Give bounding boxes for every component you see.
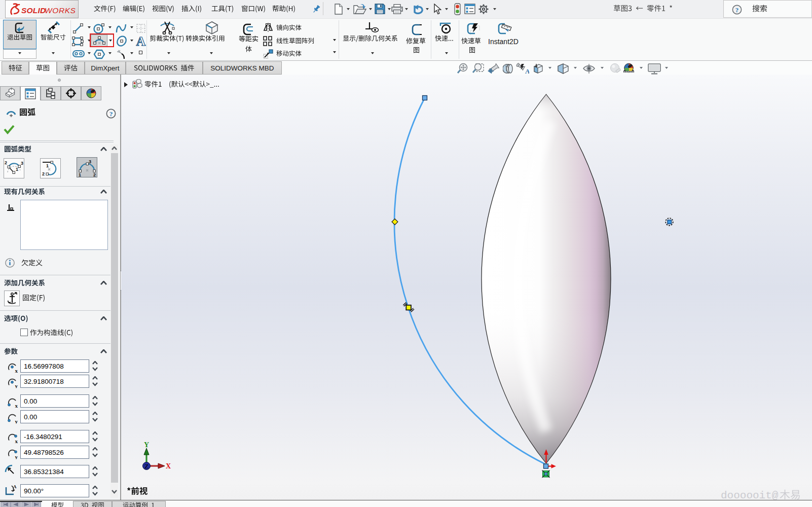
- svg-text:?: ?: [109, 110, 113, 118]
- svg-text:2: 2: [5, 160, 7, 165]
- svg-text:Y: Y: [144, 441, 149, 449]
- svg-text:y: y: [15, 383, 18, 388]
- svg-text:1: 1: [79, 172, 81, 177]
- svg-text:2: 2: [42, 171, 45, 176]
- svg-text:SOLID: SOLID: [21, 6, 46, 15]
- svg-text:y: y: [15, 454, 18, 459]
- svg-text:A: A: [13, 484, 17, 489]
- svg-text:A: A: [136, 34, 146, 48]
- svg-text:?: ?: [735, 6, 739, 14]
- svg-text:3: 3: [89, 159, 91, 164]
- svg-text:X: X: [166, 462, 171, 470]
- svg-text:1: 1: [16, 167, 18, 172]
- svg-text:Z: Z: [144, 462, 149, 470]
- svg-text:WORKS: WORKS: [45, 6, 76, 15]
- svg-text:1: 1: [46, 163, 49, 168]
- svg-text:A: A: [525, 67, 529, 75]
- svg-text:y: y: [15, 418, 18, 424]
- svg-text:3: 3: [21, 161, 23, 166]
- svg-text:2: 2: [93, 172, 96, 177]
- svg-text:x: x: [15, 368, 18, 373]
- svg-text:x: x: [15, 438, 18, 444]
- svg-text:x: x: [15, 403, 18, 408]
